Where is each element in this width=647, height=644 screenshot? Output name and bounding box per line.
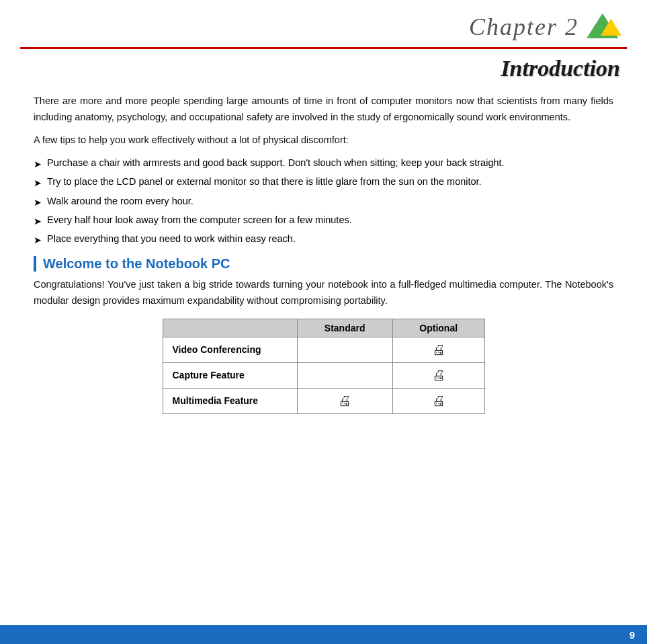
col-feature bbox=[163, 319, 297, 337]
optional-check-icon: 🖨 bbox=[432, 368, 445, 383]
page-container: Chapter 2 Introduction There are more an… bbox=[0, 0, 647, 644]
bullet-arrow-icon: ➤ bbox=[34, 233, 42, 247]
bullet-text: Walk around the room every hour. bbox=[47, 194, 613, 209]
feature-name: Capture Feature bbox=[163, 362, 297, 388]
paragraph-2: A few tips to help you work effectively … bbox=[34, 132, 613, 149]
standard-check-icon: 🖨 bbox=[338, 393, 351, 409]
welcome-heading: Welcome to the Notebook PC bbox=[43, 256, 613, 272]
table-header-row: Standard Optional bbox=[163, 319, 484, 337]
standard-cell bbox=[297, 337, 392, 362]
col-standard: Standard bbox=[297, 319, 392, 337]
chapter-text: Chapter 2 bbox=[469, 13, 578, 41]
page-bar: 9 bbox=[0, 625, 647, 644]
bullet-arrow-icon: ➤ bbox=[34, 195, 42, 210]
table-wrap: Standard Optional Video Conferencing 🖨 C… bbox=[34, 319, 613, 414]
bullet-arrow-icon: ➤ bbox=[34, 157, 42, 171]
bullet-arrow-icon: ➤ bbox=[34, 175, 42, 190]
intro-title: Introduction bbox=[0, 49, 647, 81]
table-row: Capture Feature 🖨 bbox=[163, 362, 484, 388]
features-table: Standard Optional Video Conferencing 🖨 C… bbox=[163, 319, 485, 414]
feature-name: Multimedia Feature bbox=[163, 388, 297, 413]
list-item: ➤Purchase a chair with armrests and good… bbox=[34, 155, 613, 171]
table-body: Video Conferencing 🖨 Capture Feature 🖨 M… bbox=[163, 337, 484, 413]
chapter-title-wrap: Chapter 2 bbox=[469, 12, 620, 42]
optional-check-icon: 🖨 bbox=[432, 393, 445, 409]
col-optional: Optional bbox=[392, 319, 484, 337]
optional-check-icon: 🖨 bbox=[432, 342, 445, 358]
bullet-arrow-icon: ➤ bbox=[34, 214, 42, 229]
list-item: ➤Place everything that you need to work … bbox=[34, 231, 613, 247]
standard-cell: 🖨 bbox=[297, 388, 392, 413]
welcome-section: Welcome to the Notebook PC bbox=[34, 256, 613, 272]
optional-cell: 🖨 bbox=[392, 388, 484, 413]
table-row: Video Conferencing 🖨 bbox=[163, 337, 484, 362]
chapter-icon bbox=[587, 12, 620, 42]
bullet-text: Purchase a chair with armrests and good … bbox=[47, 155, 613, 171]
bullet-list: ➤Purchase a chair with armrests and good… bbox=[34, 155, 613, 248]
welcome-body: Congratulations! You've just taken a big… bbox=[34, 277, 613, 309]
list-item: ➤Try to place the LCD panel or external … bbox=[34, 174, 613, 190]
header: Chapter 2 bbox=[0, 0, 647, 42]
chapter-icon-svg bbox=[587, 12, 623, 44]
optional-cell: 🖨 bbox=[392, 362, 484, 388]
page-number: 9 bbox=[630, 629, 635, 641]
table-row: Multimedia Feature 🖨 🖨 bbox=[163, 388, 484, 413]
paragraph-1: There are more and more people spending … bbox=[34, 93, 613, 126]
standard-cell bbox=[297, 362, 392, 388]
list-item: ➤Every half hour look away from the comp… bbox=[34, 212, 613, 229]
bullet-text: Every half hour look away from the compu… bbox=[47, 212, 613, 228]
main-content: There are more and more people spending … bbox=[0, 81, 647, 414]
bullet-text: Place everything that you need to work w… bbox=[47, 231, 613, 247]
bullet-text: Try to place the LCD panel or external m… bbox=[47, 174, 613, 190]
optional-cell: 🖨 bbox=[392, 337, 484, 362]
feature-name: Video Conferencing bbox=[163, 337, 297, 362]
list-item: ➤Walk around the room every hour. bbox=[34, 194, 613, 210]
